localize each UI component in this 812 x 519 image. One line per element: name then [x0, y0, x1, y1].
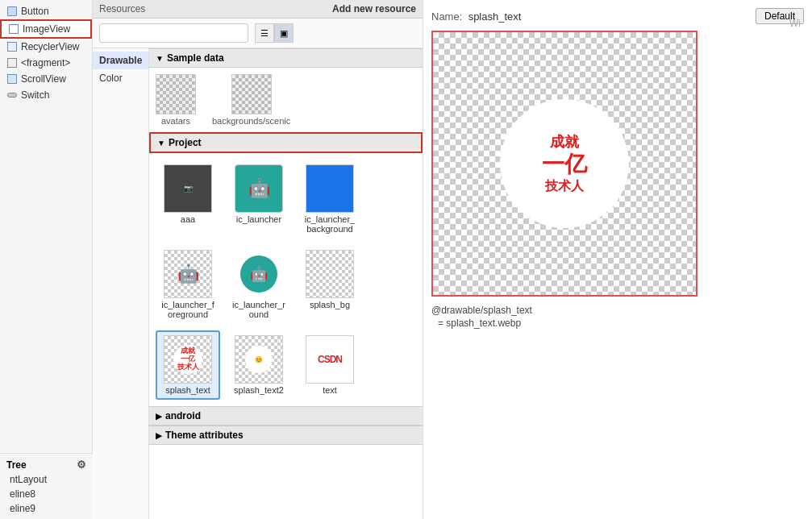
android-round-icon: 🤖 [250, 265, 268, 283]
tree-item-ntlayout[interactable]: ntLayout [0, 472, 93, 487]
sidebar-item-button[interactable]: Button [0, 3, 92, 19]
gear-icon[interactable]: ⚙ [77, 459, 86, 471]
file-label-ic-launcher-bg: ic_launcher_background [302, 214, 357, 234]
file-thumb-splash-text: 成就一亿技术人 [164, 335, 212, 384]
file-label-ic-launcher-round: ic_launcher_round [231, 300, 286, 319]
file-area: ▼ Sample data avatars backgrounds/scenic [149, 48, 423, 519]
file-thumb-splash-text2: 😊 [235, 335, 283, 384]
file-thumb-text: CSDN [306, 335, 354, 384]
android-icon: 🤖 [248, 178, 270, 199]
tree-header: Tree ⚙ [0, 457, 93, 472]
preview-image-wrapper: 成就 一亿 技术人 Wi [431, 31, 804, 297]
file-thumb-ic-launcher-bg [306, 164, 354, 213]
theme-section-header[interactable]: ▶ Theme attributes [149, 426, 423, 445]
sidebar-item-label: ImageView [23, 23, 70, 35]
list-view-btn[interactable]: ☰ [255, 23, 274, 43]
file-thumb-ic-launcher-fg: 🤖 [164, 250, 212, 298]
sample-avatars[interactable]: avatars [156, 74, 196, 126]
tree-panel: Tree ⚙ ntLayout eline8 eline9 [0, 453, 93, 519]
category-drawable[interactable]: Drawable [93, 52, 148, 69]
file-label-splash-text: splash_text [165, 385, 210, 395]
project-arrow: ▼ [157, 139, 165, 147]
name-value: splash_text [468, 10, 522, 23]
splash-text-display: 成就 一亿 技术人 [542, 134, 587, 193]
grid-view-btn[interactable]: ▣ [274, 23, 294, 43]
file-thumb-ic-launcher: 🤖 [235, 164, 283, 213]
android-fg-icon: 🤖 [177, 264, 199, 284]
sidebar-item-label: <fragment> [21, 57, 70, 69]
file-label-splash-bg: splash_bg [310, 300, 350, 309]
path-line1: @drawable/splash_text [431, 305, 804, 316]
imageview-icon [8, 23, 19, 35]
sample-section-title: Sample data [167, 52, 224, 64]
sample-backgrounds-label: backgrounds/scenic [212, 116, 290, 126]
file-label-ic-launcher: ic_launcher [236, 214, 281, 224]
project-file-grid: 📷 aaa 🤖 ic_launcher ic_launche [149, 153, 423, 406]
sidebar-item-recyclerview[interactable]: RecyclerView [0, 39, 92, 55]
preview-path: @drawable/splash_text = splash_text.webp [431, 305, 804, 330]
file-label-ic-launcher-fg: ic_launcher_foreground [160, 300, 215, 319]
file-label-aaa: aaa [181, 214, 195, 224]
tree-item-eline8[interactable]: eline8 [0, 487, 93, 501]
sample-avatars-thumb [156, 74, 196, 114]
tree-item-eline9[interactable]: eline9 [0, 501, 93, 516]
splash-line3: 技术人 [542, 178, 587, 193]
sidebar-item-fragment[interactable]: <fragment> [0, 55, 92, 71]
file-item-ic-launcher-bg[interactable]: ic_launcher_background [298, 160, 362, 239]
fragment-icon [6, 57, 18, 69]
resource-browser: Resources Add new resource ☰ ▣ Drawable … [93, 0, 423, 519]
resource-header: Resources Add new resource [93, 0, 423, 19]
wi-label: Wi [786, 15, 804, 32]
resource-title: Resources [99, 3, 145, 15]
sidebar-item-label: Button [21, 6, 49, 17]
file-item-aaa[interactable]: 📷 aaa [156, 160, 220, 239]
file-label-text: text [323, 385, 337, 395]
file-item-ic-launcher-round[interactable]: 🤖 ic_launcher_round [227, 245, 291, 324]
file-item-splash-bg[interactable]: splash_bg [298, 245, 362, 324]
file-item-splash-text[interactable]: 成就一亿技术人 splash_text [156, 330, 220, 400]
file-thumb-ic-launcher-round: 🤖 [235, 250, 283, 298]
sample-section-header[interactable]: ▼ Sample data [149, 48, 423, 68]
sample-arrow: ▼ [156, 54, 164, 63]
switch-icon [6, 89, 18, 101]
android-section-header[interactable]: ▶ android [149, 406, 423, 426]
file-item-splash-text2[interactable]: 😊 splash_text2 [227, 330, 291, 400]
splash-line2: 一亿 [542, 151, 587, 178]
sidebar-item-scrollview[interactable]: ScrollView [0, 71, 92, 87]
path-line2: = splash_text.webp [431, 318, 804, 329]
theme-section-title: Theme attributes [165, 430, 244, 441]
sample-items: avatars backgrounds/scenic [149, 68, 423, 132]
preview-panel: Name: splash_text Default 成就 一亿 技术人 Wi @… [423, 0, 812, 519]
category-list: Drawable Color [93, 48, 149, 519]
add-resource-link[interactable]: Add new resource [332, 3, 416, 15]
view-toggle: ☰ ▣ [255, 23, 294, 43]
theme-arrow: ▶ [156, 431, 162, 440]
project-section-header[interactable]: ▼ Project [149, 132, 423, 153]
file-thumb-aaa: 📷 [164, 164, 212, 213]
sidebar-item-label: RecyclerView [21, 41, 79, 52]
sample-backgrounds-thumb [231, 74, 272, 114]
sidebar-item-label: Switch [21, 89, 49, 101]
sample-backgrounds[interactable]: backgrounds/scenic [212, 74, 290, 126]
file-item-ic-launcher[interactable]: 🤖 ic_launcher [227, 160, 291, 239]
category-color[interactable]: Color [93, 69, 148, 87]
name-label: Name: [431, 10, 462, 23]
android-arrow: ▶ [156, 412, 162, 421]
tree-title: Tree [6, 459, 27, 471]
splash-line1: 成就 [542, 134, 587, 152]
splash-circle: 成就 一亿 技术人 [500, 99, 629, 228]
sample-avatars-label: avatars [161, 116, 190, 126]
sidebar-item-switch[interactable]: Switch [0, 87, 92, 103]
sidebar-item-imageview[interactable]: ImageView [0, 19, 92, 39]
preview-image-container: 成就 一亿 技术人 [431, 31, 697, 297]
csdn-text: CSDN [318, 354, 342, 365]
search-input[interactable] [99, 23, 248, 43]
file-item-text[interactable]: CSDN text [298, 330, 362, 400]
android-section-title: android [165, 410, 201, 421]
sidebar-item-label: ScrollView [21, 73, 66, 85]
left-panel: Button ImageView RecyclerView [0, 0, 93, 519]
file-item-ic-launcher-fg[interactable]: 🤖 ic_launcher_foreground [156, 245, 220, 324]
component-sidebar: Button ImageView RecyclerView [0, 0, 93, 106]
recyclerview-icon [6, 41, 18, 52]
button-icon [6, 6, 18, 17]
